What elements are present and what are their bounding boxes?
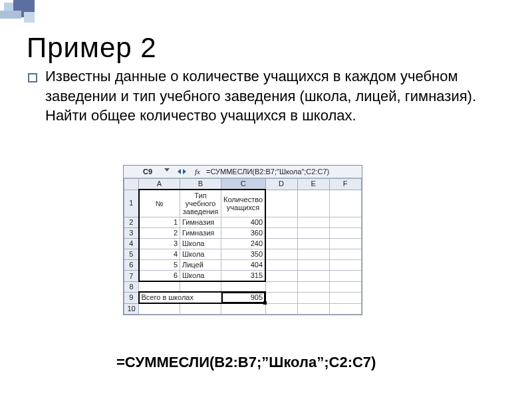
row-header-10[interactable]: 10 [124, 303, 139, 314]
col-header-C[interactable]: C [221, 179, 266, 190]
cell-B8[interactable] [180, 281, 221, 292]
cell-total-label[interactable]: Всего в школах [139, 292, 221, 303]
cell-E8[interactable] [297, 281, 329, 292]
col-header-F[interactable]: F [329, 179, 361, 190]
cell-C6[interactable]: 404 [221, 260, 266, 271]
slide-title: Пример 2 [27, 32, 157, 64]
row-header-8[interactable]: 8 [124, 281, 139, 292]
cell-E1[interactable] [297, 190, 329, 217]
select-all-corner[interactable] [124, 179, 139, 190]
cell-D7[interactable] [265, 271, 297, 282]
data-row: 7 6 Школа 315 [124, 271, 362, 282]
formula-bar: C9 fx =СУММЕСЛИ(B2:B7;"Школа";C2:C7) [124, 166, 362, 178]
row-header-1[interactable]: 1 [124, 190, 139, 217]
cell-E4[interactable] [297, 239, 329, 249]
cell-B6[interactable]: Лицей [180, 260, 221, 271]
cell-B7[interactable]: Школа [180, 271, 221, 282]
cell-A7[interactable]: 6 [139, 271, 180, 282]
cell-C2[interactable]: 400 [221, 217, 266, 228]
cell-C8[interactable] [221, 281, 266, 292]
cell-D8[interactable] [265, 281, 297, 292]
cell-E7[interactable] [297, 271, 329, 282]
cell-D1[interactable] [265, 190, 297, 217]
data-header-row: 1 № Тип учебного заведения Количество уч… [124, 190, 362, 217]
cell-F1[interactable] [329, 190, 361, 217]
slide-decoration [0, 0, 80, 24]
data-row: 5 4 Школа 350 [124, 249, 362, 260]
chevron-down-icon[interactable] [164, 168, 170, 172]
cell-E5[interactable] [297, 249, 329, 260]
formula-caption: =СУММЕСЛИ(B2:B7;”Школа”;C2:C7) [116, 354, 376, 371]
cell-B10[interactable] [180, 303, 221, 314]
cell-C10[interactable] [221, 303, 266, 314]
cell-C1[interactable]: Количество учащихся [221, 190, 266, 217]
col-header-A[interactable]: A [139, 179, 180, 190]
cell-D6[interactable] [265, 260, 297, 271]
cell-A6[interactable]: 5 [139, 260, 180, 271]
bullet-icon [28, 73, 37, 82]
cell-F10[interactable] [329, 303, 361, 314]
cell-F9[interactable] [329, 292, 361, 303]
cell-A2[interactable]: 1 [139, 217, 180, 228]
cell-E3[interactable] [297, 228, 329, 239]
fx-label[interactable]: fx [192, 168, 203, 176]
cell-F8[interactable] [329, 281, 361, 292]
name-box-value: C9 [143, 168, 152, 176]
cell-C9[interactable]: 905 [221, 292, 266, 303]
data-row: 4 3 Школа 240 [124, 239, 362, 249]
cell-C5[interactable]: 350 [221, 249, 266, 260]
row-header-2[interactable]: 2 [124, 217, 139, 228]
cell-D3[interactable] [265, 228, 297, 239]
cell-C4[interactable]: 240 [221, 239, 266, 249]
cell-B5[interactable]: Школа [180, 249, 221, 260]
row-header-5[interactable]: 5 [124, 249, 139, 260]
data-row: 3 2 Гимназия 360 [124, 228, 362, 239]
formula-input[interactable]: =СУММЕСЛИ(B2:B7;"Школа";C2:C7) [203, 168, 362, 176]
cell-B4[interactable]: Школа [180, 239, 221, 249]
column-header-row: A B C D E F [124, 179, 362, 190]
cell-A8[interactable] [139, 281, 180, 292]
col-header-E[interactable]: E [297, 179, 329, 190]
col-header-D[interactable]: D [265, 179, 297, 190]
cell-B2[interactable]: Гимназия [180, 217, 221, 228]
cell-F5[interactable] [329, 249, 361, 260]
row-header-4[interactable]: 4 [124, 239, 139, 249]
cell-E2[interactable] [297, 217, 329, 228]
cell-F3[interactable] [329, 228, 361, 239]
cell-A4[interactable]: 3 [139, 239, 180, 249]
cell-F4[interactable] [329, 239, 361, 249]
cell-E9[interactable] [297, 292, 329, 303]
formula-nav[interactable] [172, 169, 192, 174]
grid: A B C D E F 1 № Тип учебного заведения К… [124, 178, 362, 315]
cell-D4[interactable] [265, 239, 297, 249]
cell-B1[interactable]: Тип учебного заведения [180, 190, 221, 217]
row-header-6[interactable]: 6 [124, 260, 139, 271]
row-header-3[interactable]: 3 [124, 228, 139, 239]
data-row: 2 1 Гимназия 400 [124, 217, 362, 228]
name-box[interactable]: C9 [124, 166, 172, 178]
cell-A3[interactable]: 2 [139, 228, 180, 239]
cell-B3[interactable]: Гимназия [180, 228, 221, 239]
cell-D5[interactable] [265, 249, 297, 260]
cell-F7[interactable] [329, 271, 361, 282]
cell-D10[interactable] [265, 303, 297, 314]
cell-E6[interactable] [297, 260, 329, 271]
triangle-left-icon [178, 169, 181, 174]
cell-C7[interactable]: 315 [221, 271, 266, 282]
cell-C3[interactable]: 360 [221, 228, 266, 239]
total-row: 9 Всего в школах 905 [124, 292, 362, 303]
row-header-9[interactable]: 9 [124, 292, 139, 303]
cell-F6[interactable] [329, 260, 361, 271]
cell-D9[interactable] [265, 292, 297, 303]
cell-F2[interactable] [329, 217, 361, 228]
cell-A1[interactable]: № [139, 190, 180, 217]
cell-A5[interactable]: 4 [139, 249, 180, 260]
cell-D2[interactable] [265, 217, 297, 228]
triangle-right-icon [183, 169, 186, 174]
cell-A10[interactable] [139, 303, 180, 314]
row-header-7[interactable]: 7 [124, 271, 139, 282]
spreadsheet: C9 fx =СУММЕСЛИ(B2:B7;"Школа";C2:C7) A B… [123, 165, 362, 315]
cell-E10[interactable] [297, 303, 329, 314]
empty-row: 10 [124, 303, 362, 314]
col-header-B[interactable]: B [180, 179, 221, 190]
